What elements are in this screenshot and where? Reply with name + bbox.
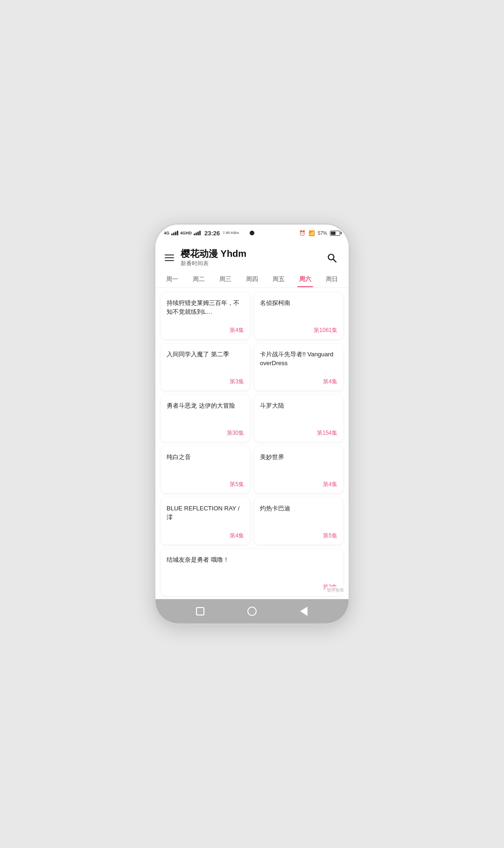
app-header: 樱花动漫 Yhdm 新番时间表 [155, 241, 349, 270]
signal-bars-icon [171, 231, 178, 235]
hamburger-line1 [165, 254, 174, 255]
search-button[interactable] [324, 250, 339, 265]
anime-episode-anime3: 第3集 [167, 378, 244, 386]
circle-icon [247, 607, 257, 616]
nav-square-button[interactable] [194, 605, 206, 617]
anime-episode-anime2: 第1061集 [260, 326, 337, 334]
anime-title-anime10: 灼热卡巴迪 [260, 504, 337, 526]
anime-card-anime7[interactable]: 纯白之音第5集 [161, 446, 250, 493]
anime-grid: 持续狩猎史莱姆三百年，不知不觉就练到L…第4集名侦探柯南第1061集入间同学入魔… [155, 288, 349, 599]
app-screen: 樱花动漫 Yhdm 新番时间表 周一 周二 周三 周四 周五 周六 周日 持续狩… [155, 241, 349, 599]
anime-episode-anime9: 第4集 [167, 532, 244, 540]
app-title: 樱花动漫 Yhdm [181, 248, 246, 259]
anime-title-anime6: 斗罗大陆 [260, 402, 337, 424]
time-display: 23:26 [204, 230, 220, 237]
battery-fill [331, 232, 336, 235]
network2-label: 4GHD [180, 231, 192, 235]
hamburger-line2 [165, 257, 174, 258]
svg-line-1 [334, 260, 336, 262]
hamburger-line3 [165, 260, 174, 261]
anime-card-anime10[interactable]: 灼热卡巴迪第5集 [254, 498, 343, 544]
anime-card-anime6[interactable]: 斗罗大陆第154集 [254, 395, 343, 442]
status-bar: 4G 4GHD 23:26 7.80 KB/s ⏰ 📶 57% [155, 225, 349, 241]
app-subtitle: 新番时间表 [181, 260, 246, 268]
anime-title-anime9: BLUE REFLECTION RAY / 澪 [167, 504, 244, 526]
anime-card-anime11[interactable]: 结城友奈是勇者 哦噜！第3集 [161, 549, 343, 596]
header-title-block: 樱花动漫 Yhdm 新番时间表 [181, 248, 246, 268]
alarm-icon: ⏰ [299, 230, 306, 236]
anime-episode-anime8: 第4集 [260, 481, 337, 488]
anime-episode-anime4: 第4集 [260, 378, 337, 386]
anime-title-anime2: 名侦探柯南 [260, 299, 337, 321]
tab-thursday[interactable]: 周四 [239, 270, 266, 287]
tab-wednesday[interactable]: 周三 [212, 270, 239, 287]
wifi-icon: 📶 [308, 230, 315, 236]
tab-friday[interactable]: 周五 [265, 270, 292, 287]
anime-episode-anime6: 第154集 [260, 429, 337, 437]
anime-title-anime7: 纯白之音 [167, 453, 244, 475]
square-icon [196, 607, 204, 615]
anime-episode-anime7: 第5集 [167, 481, 244, 488]
status-right: ⏰ 📶 57% [299, 230, 340, 236]
anime-title-anime1: 持续狩猎史莱姆三百年，不知不觉就练到L… [167, 299, 244, 321]
search-icon [326, 252, 337, 263]
anime-card-anime4[interactable]: 卡片战斗先导者!! Vanguard overDress第4集 [254, 344, 343, 390]
anime-episode-anime11: 第3集 [167, 583, 337, 591]
tab-saturday[interactable]: 周六 [292, 270, 318, 287]
nav-bar [155, 599, 349, 623]
anime-card-anime2[interactable]: 名侦探柯南第1061集 [254, 292, 343, 339]
status-left: 4G 4GHD 23:26 7.80 KB/s [164, 230, 239, 237]
nav-back-button[interactable] [298, 605, 310, 617]
network-label: 4G [164, 231, 169, 235]
anime-title-anime8: 美妙世界 [260, 453, 337, 475]
anime-card-anime8[interactable]: 美妙世界第4集 [254, 446, 343, 493]
triangle-icon [300, 607, 308, 616]
anime-episode-anime5: 第30集 [167, 429, 244, 437]
phone-frame: 4G 4GHD 23:26 7.80 KB/s ⏰ 📶 57% [154, 223, 350, 625]
tab-tuesday[interactable]: 周二 [186, 270, 212, 287]
anime-card-anime1[interactable]: 持续狩猎史莱姆三百年，不知不觉就练到L…第4集 [161, 292, 250, 339]
anime-episode-anime1: 第4集 [167, 326, 244, 334]
speed-display: 7.80 KB/s [223, 231, 239, 235]
anime-episode-anime10: 第5集 [260, 532, 337, 540]
header-left: 樱花动漫 Yhdm 新番时间表 [165, 248, 246, 268]
front-camera [250, 231, 254, 235]
tab-sunday[interactable]: 周日 [318, 270, 345, 287]
tab-monday[interactable]: 周一 [159, 270, 186, 287]
anime-title-anime11: 结城友奈是勇者 哦噜！ [167, 556, 337, 578]
nav-circle-button[interactable] [246, 605, 258, 617]
anime-card-anime5[interactable]: 勇者斗恶龙 达伊的大冒险第30集 [161, 395, 250, 442]
signal-bars2-icon [194, 231, 201, 235]
battery-icon [330, 231, 340, 236]
anime-card-anime3[interactable]: 入间同学入魔了 第二季第3集 [161, 344, 250, 390]
battery-percent: 57% [318, 231, 327, 236]
svg-point-0 [329, 254, 334, 260]
day-tabs: 周一 周二 周三 周四 周五 周六 周日 [155, 270, 349, 288]
anime-title-anime3: 入间同学入魔了 第二季 [167, 350, 244, 372]
anime-card-anime9[interactable]: BLUE REFLECTION RAY / 澪第4集 [161, 498, 250, 544]
watermark-label: 软件智库 [325, 587, 346, 594]
anime-title-anime5: 勇者斗恶龙 达伊的大冒险 [167, 402, 244, 424]
anime-title-anime4: 卡片战斗先导者!! Vanguard overDress [260, 350, 337, 372]
menu-button[interactable] [165, 254, 174, 261]
